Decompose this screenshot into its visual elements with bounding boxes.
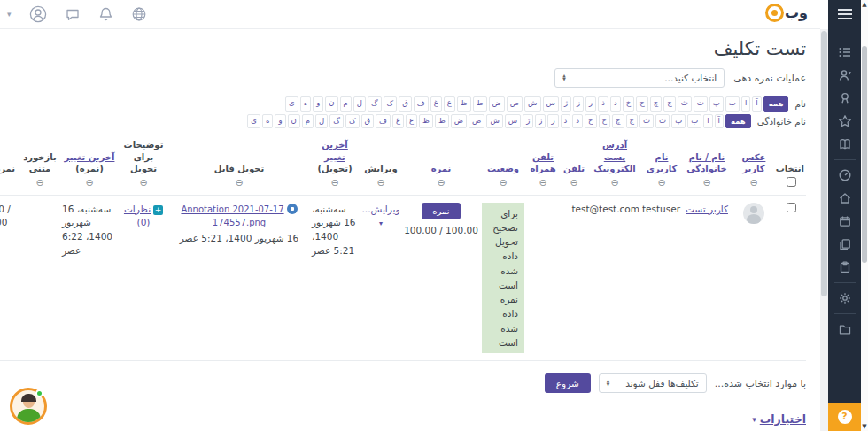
column-sort-label[interactable]: تلفن — [563, 164, 585, 173]
page-scrollbar-thumb[interactable] — [862, 46, 867, 263]
last-name-filter-letter[interactable]: خ — [585, 114, 597, 129]
last-name-filter-letter[interactable]: ش — [486, 114, 502, 129]
hide-column-icon[interactable]: ⊖ — [482, 177, 524, 190]
hamburger-menu-icon[interactable] — [837, 8, 853, 23]
row-select-checkbox[interactable] — [787, 203, 796, 212]
hide-column-icon[interactable]: ⊖ — [562, 177, 586, 190]
first-name-filter-letter[interactable]: ص — [507, 96, 523, 112]
last-name-filter-letter[interactable]: غ — [392, 114, 404, 129]
last-name-filter-letter[interactable]: و — [275, 114, 285, 129]
last-name-filter-letter[interactable]: ث — [639, 114, 654, 129]
column-sort-label[interactable]: نام کاربری — [647, 152, 677, 174]
expand-comments-icon[interactable]: + — [153, 205, 163, 215]
hide-column-icon[interactable]: ⊖ — [733, 177, 774, 190]
first-name-filter-letter[interactable]: ع — [444, 96, 455, 112]
content-scrollbar[interactable] — [820, 29, 828, 431]
last-name-filter-letter[interactable]: پ — [671, 114, 686, 129]
last-name-filter-letter[interactable]: ض — [451, 114, 467, 129]
first-name-filter-letter[interactable]: ف — [414, 96, 429, 112]
column-sort-label[interactable]: عکس کاربر — [742, 152, 766, 174]
hide-column-icon[interactable]: ⊖ — [21, 177, 58, 190]
hide-column-icon[interactable]: ⊖ — [684, 177, 730, 190]
bulk-action-select[interactable]: تکلیف‌ها قفل شوند ▲▼ — [599, 373, 707, 393]
page-scrollbar[interactable]: ▲ ▼ — [861, 0, 868, 431]
first-name-filter-letter[interactable]: ث — [678, 96, 692, 112]
files-folder-icon[interactable] — [828, 318, 861, 341]
last-name-filter-letter[interactable]: ج — [626, 114, 639, 129]
user-avatar-icon[interactable] — [29, 5, 47, 23]
grades-book-icon[interactable] — [828, 133, 861, 156]
last-name-filter-letter[interactable]: ز — [535, 114, 546, 129]
hide-column-icon[interactable]: ⊖ — [62, 177, 117, 190]
help-button[interactable]: ? — [828, 403, 861, 431]
last-name-filter-letter[interactable]: د — [572, 114, 583, 129]
last-name-filter-letter[interactable]: ق — [361, 114, 375, 129]
language-globe-icon[interactable] — [131, 6, 147, 22]
home-icon[interactable] — [828, 187, 861, 210]
first-name-filter-letter[interactable]: س — [543, 96, 559, 112]
last-name-filter-letter[interactable]: م — [302, 114, 314, 129]
hide-column-icon[interactable]: ⊖ — [590, 177, 639, 190]
first-name-filter-letter[interactable]: ب — [725, 96, 740, 112]
column-sort-label[interactable]: تلفن همراه — [530, 152, 555, 174]
clipboard-icon[interactable] — [828, 256, 861, 279]
first-name-filter-letter[interactable]: ک — [384, 96, 398, 112]
last-name-filter-letter[interactable]: ر — [547, 114, 558, 129]
badges-medal-icon[interactable] — [828, 87, 861, 110]
options-toggle-link[interactable]: اختیارات — [760, 412, 806, 426]
settings-gear-icon[interactable] — [828, 287, 861, 310]
first-name-filter-letter[interactable]: چ — [650, 96, 663, 112]
first-name-filter-letter[interactable]: م — [340, 96, 352, 112]
first-name-filter-letter[interactable]: ظ — [457, 96, 471, 112]
comments-count[interactable]: (0) — [137, 217, 151, 227]
site-logo[interactable]: وب — [765, 4, 808, 22]
select-all-checkbox[interactable] — [787, 177, 796, 187]
last-name-filter-letter[interactable]: ط — [435, 114, 449, 129]
grade-button[interactable]: نمره — [422, 203, 460, 219]
hide-column-icon[interactable]: ⊖ — [404, 177, 478, 190]
last-name-filter-letter[interactable]: ع — [406, 114, 417, 129]
last-name-filter-letter[interactable]: ا — [703, 114, 712, 129]
hide-column-icon[interactable]: ⊖ — [528, 177, 558, 190]
participants-icon[interactable] — [828, 64, 861, 87]
first-name-filter-letter[interactable]: ح — [636, 96, 648, 112]
first-name-filter-letter[interactable]: پ — [709, 96, 724, 112]
column-sort-label[interactable]: نام / نام خانوادگی — [686, 152, 726, 174]
first-name-filter-letter[interactable]: و — [313, 96, 323, 112]
last-name-filter-letter[interactable]: ن — [288, 114, 300, 129]
first-name-filter-letter[interactable]: ژ — [561, 96, 571, 112]
notifications-bell-icon[interactable] — [98, 6, 113, 22]
first-name-filter-letter[interactable]: د — [610, 96, 621, 112]
first-name-filter-letter[interactable]: آ — [752, 96, 761, 112]
first-name-filter-letter[interactable]: غ — [430, 96, 442, 112]
column-sort-label[interactable]: نمره — [431, 164, 452, 173]
last-name-filter-letter[interactable]: ظ — [419, 114, 433, 129]
user-avatar[interactable] — [743, 203, 764, 224]
hide-column-icon[interactable]: ⊖ — [312, 177, 358, 190]
first-name-filter-letter[interactable]: ز — [573, 96, 584, 112]
hide-column-icon[interactable]: ⊖ — [643, 177, 680, 190]
first-name-filter-letter[interactable]: ر — [585, 96, 596, 112]
last-name-filter-letter[interactable]: ف — [376, 114, 391, 129]
competencies-star-icon[interactable] — [828, 110, 861, 133]
first-name-filter-letter[interactable]: ق — [399, 96, 412, 112]
first-name-filter-letter[interactable]: ض — [489, 96, 505, 112]
first-name-filter-letter[interactable]: ذ — [598, 96, 608, 112]
last-name-filter-letter[interactable]: ل — [315, 114, 328, 129]
last-name-filter-letter[interactable]: ص — [469, 114, 484, 129]
first-name-filter-all[interactable]: همه — [763, 96, 789, 112]
last-name-filter-all[interactable]: همه — [725, 114, 751, 129]
scroll-down-arrow-icon[interactable]: ▼ — [861, 423, 868, 430]
first-name-filter-letter[interactable]: خ — [623, 96, 635, 112]
pages-copy-icon[interactable] — [828, 233, 861, 256]
column-sort-label[interactable]: وضعیت — [487, 164, 519, 173]
caret-down-icon[interactable]: ▾ — [7, 10, 12, 19]
last-name-filter-letter[interactable]: آ — [715, 114, 724, 129]
last-name-filter-letter[interactable]: ب — [687, 114, 701, 129]
collapse-caret-icon[interactable]: ▾ — [752, 415, 756, 424]
first-name-filter-letter[interactable]: ا — [741, 96, 750, 112]
column-sort-label[interactable]: آخرین تغییر — [322, 140, 348, 162]
hide-column-icon[interactable]: ⊖ — [361, 177, 400, 190]
calendar-icon[interactable] — [828, 210, 861, 233]
hide-column-icon[interactable]: ⊖ — [170, 177, 308, 190]
